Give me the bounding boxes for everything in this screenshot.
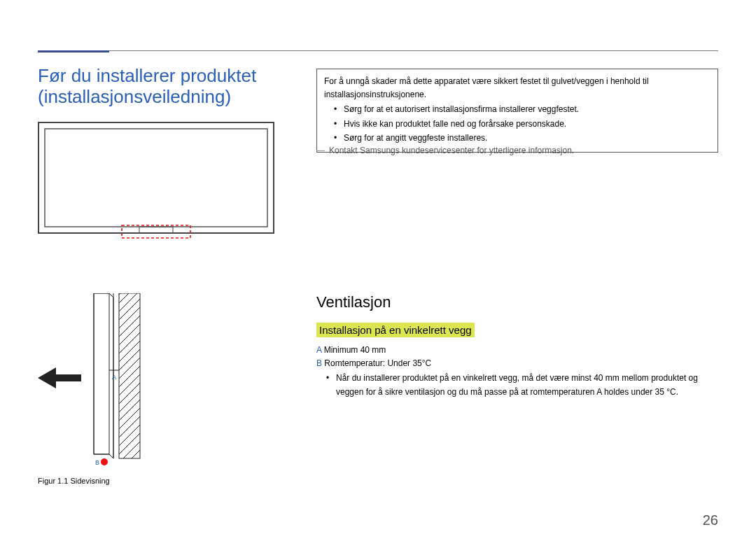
diagram-b-label: B xyxy=(95,459,99,466)
diagram-a-label: A xyxy=(112,374,116,381)
section-heading-ventilation: Ventilasjon xyxy=(316,293,391,311)
page-number: 26 xyxy=(703,512,718,528)
svg-marker-4 xyxy=(38,367,81,388)
header-accent-rule xyxy=(38,50,109,52)
spec-b: B Romtemperatur: Under 35°C xyxy=(316,357,718,370)
warning-item: Hvis ikke kan produktet falle ned og for… xyxy=(344,118,710,131)
warning-item: Sørg for at angitt veggfeste installeres… xyxy=(344,132,710,145)
spec-a-text: Minimum 40 mm xyxy=(321,345,386,355)
footnote-text: Kontakt Samsungs kundeservicesenter for … xyxy=(329,146,574,155)
figure-caption: Figur 1.1 Sidevisning xyxy=(38,477,110,485)
spec-a: A Minimum 40 mm xyxy=(316,344,718,357)
side-view-figure: A B xyxy=(38,293,146,475)
svg-rect-2 xyxy=(139,227,173,233)
warning-intro: For å unngå skader må dette apparatet væ… xyxy=(324,75,710,101)
spec-b-text: Romtemperatur: Under 35°C xyxy=(322,358,431,368)
warning-list: Sørg for at et autorisert installasjonsf… xyxy=(324,103,710,145)
page-title: Før du installerer produktet (installasj… xyxy=(38,66,304,108)
svg-rect-5 xyxy=(94,293,109,454)
header-rule xyxy=(109,50,718,51)
warning-box: For å unngå skader må dette apparatet væ… xyxy=(316,69,718,153)
svg-point-34 xyxy=(101,458,108,465)
warning-item: Sørg for at et autorisert installasjonsf… xyxy=(344,103,710,116)
footnote: ―Kontakt Samsungs kundeservicesenter for… xyxy=(316,144,718,157)
spec-note-item: Når du installerer produktet på en vinke… xyxy=(336,372,718,398)
footnote-dash-icon: ― xyxy=(316,146,325,155)
spec-block: A Minimum 40 mm B Romtemperatur: Under 3… xyxy=(316,344,718,399)
section-subheading-wall: Installasjon på en vinkelrett vegg xyxy=(316,323,475,337)
svg-rect-1 xyxy=(45,129,267,227)
spec-notes: Når du installerer produktet på en vinke… xyxy=(316,372,718,398)
tv-front-figure xyxy=(38,122,274,241)
svg-rect-0 xyxy=(38,122,274,233)
spec-b-label: B xyxy=(316,358,322,368)
